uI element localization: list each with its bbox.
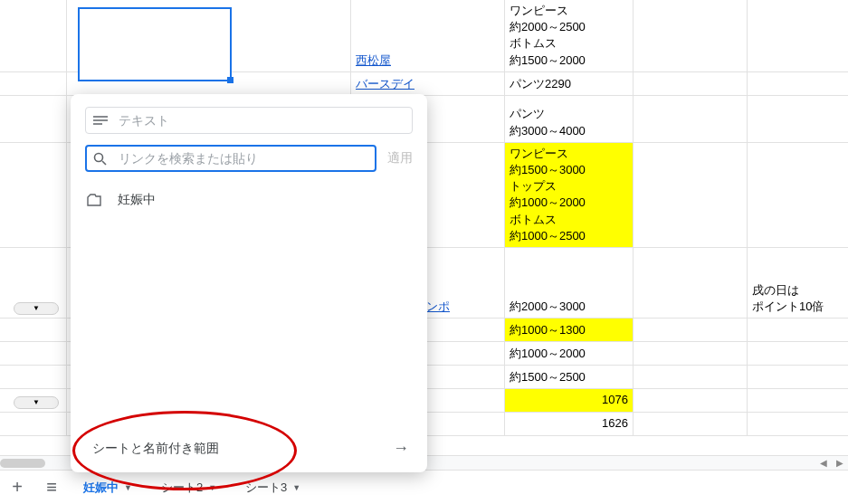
cell[interactable]: 約1500～2500 bbox=[505, 366, 634, 388]
cell[interactable] bbox=[0, 143, 67, 247]
cell-text: パンツ2290 bbox=[510, 76, 628, 92]
tab-sheet-3[interactable]: シート3 ▼ bbox=[234, 474, 311, 501]
cell[interactable] bbox=[748, 389, 847, 412]
tab-label: シート2 bbox=[161, 480, 203, 496]
cell-text: トップス bbox=[510, 178, 628, 195]
cell[interactable] bbox=[634, 366, 748, 388]
tab-sheet-1[interactable]: 妊娠中 ▼ bbox=[72, 474, 143, 501]
cell[interactable] bbox=[748, 143, 847, 247]
store-link[interactable]: バースデイ bbox=[356, 76, 500, 92]
cell-text: 約1000～2000 bbox=[510, 346, 628, 362]
apply-button[interactable]: 適用 bbox=[387, 150, 413, 166]
link-suggestion-label: 妊娠中 bbox=[118, 192, 156, 208]
cell[interactable] bbox=[0, 342, 67, 365]
cell[interactable] bbox=[634, 319, 748, 341]
cell-text: 約3000～4000 bbox=[510, 123, 628, 139]
cell[interactable] bbox=[634, 96, 748, 142]
cell[interactable]: パンツ2290 bbox=[505, 72, 634, 95]
arrow-right-icon: → bbox=[393, 439, 409, 458]
cell[interactable]: 西松屋 bbox=[351, 0, 505, 71]
cell[interactable]: ▼ bbox=[0, 389, 67, 412]
tab-label: 妊娠中 bbox=[83, 480, 119, 496]
scroll-right-icon[interactable]: ▶ bbox=[832, 458, 848, 468]
cell-text: 約1000～2000 bbox=[510, 195, 628, 211]
cell-text: 戌の日は bbox=[752, 282, 843, 299]
cell[interactable] bbox=[634, 413, 748, 435]
cell-text: ワンピース bbox=[510, 3, 628, 19]
group-toggle-button[interactable]: ▼ bbox=[14, 396, 59, 409]
cell-text: 約1000～1300 bbox=[510, 322, 628, 338]
cell[interactable]: 1076 bbox=[505, 389, 634, 412]
cell[interactable]: ワンピース約2000～2500ボトムス約1500～2000 bbox=[505, 0, 634, 71]
cell[interactable]: 1626 bbox=[505, 413, 634, 435]
cell[interactable] bbox=[634, 143, 748, 247]
cell[interactable] bbox=[748, 413, 847, 435]
cell-text: 1626 bbox=[510, 415, 628, 432]
cell[interactable]: 戌の日はポイント10倍 bbox=[748, 248, 847, 318]
cell[interactable] bbox=[748, 0, 847, 71]
cell[interactable] bbox=[0, 413, 67, 435]
table-row: 西松屋ワンピース約2000～2500ボトムス約1500～2000 bbox=[0, 0, 848, 72]
cell-text: 1076 bbox=[510, 392, 628, 408]
cell[interactable] bbox=[748, 72, 847, 95]
group-toggle-button[interactable]: ▼ bbox=[14, 302, 59, 315]
text-icon bbox=[93, 115, 110, 126]
cell[interactable] bbox=[67, 72, 351, 95]
link-search-input[interactable] bbox=[119, 151, 368, 166]
cell[interactable] bbox=[634, 248, 748, 318]
store-link[interactable]: 西松屋 bbox=[356, 52, 500, 69]
sheet-tab-icon bbox=[87, 194, 107, 206]
tab-sheet-2[interactable]: シート2 ▼ bbox=[150, 474, 227, 501]
cell[interactable]: ワンピース約1500～3000トップス約1000～2000ボトムス約1000～2… bbox=[505, 143, 634, 247]
chevron-down-icon[interactable]: ▼ bbox=[208, 483, 216, 492]
cell[interactable] bbox=[0, 319, 67, 341]
chevron-down-icon[interactable]: ▼ bbox=[124, 483, 132, 492]
cell[interactable]: バースデイ bbox=[351, 72, 505, 95]
link-suggestion-sheet[interactable]: 妊娠中 bbox=[85, 185, 413, 215]
insert-link-popover: 適用 妊娠中 シートと名前付き範囲 → bbox=[71, 94, 427, 472]
scroll-left-icon[interactable]: ◀ bbox=[815, 458, 832, 468]
link-text-input[interactable] bbox=[119, 113, 405, 128]
cell[interactable]: 約2000～3000 bbox=[505, 248, 634, 318]
cell[interactable]: ▼ bbox=[0, 248, 67, 318]
cell-text: 約2000～2500 bbox=[510, 19, 628, 35]
add-sheet-button[interactable]: + bbox=[0, 477, 34, 498]
cell[interactable] bbox=[748, 342, 847, 365]
cell[interactable] bbox=[0, 366, 67, 388]
cell[interactable] bbox=[634, 342, 748, 365]
cell[interactable] bbox=[634, 72, 748, 95]
scrollbar-thumb[interactable] bbox=[0, 459, 45, 468]
cell-text: 約1000～2500 bbox=[510, 228, 628, 244]
cell-text: ポイント10倍 bbox=[752, 299, 843, 315]
cell[interactable] bbox=[0, 72, 67, 95]
sheets-named-ranges-button[interactable]: シートと名前付き範囲 → bbox=[85, 430, 413, 463]
link-search-field-wrapper[interactable] bbox=[85, 145, 376, 172]
cell-text: 約1500～2000 bbox=[510, 52, 628, 69]
cell[interactable] bbox=[67, 0, 351, 71]
all-sheets-button[interactable]: ≡ bbox=[34, 477, 69, 498]
link-text-field-wrapper[interactable] bbox=[85, 107, 413, 134]
cell[interactable] bbox=[748, 319, 847, 341]
cell-text: 約1500～3000 bbox=[510, 162, 628, 178]
cell[interactable] bbox=[634, 0, 748, 71]
cell-text: ボトムス bbox=[510, 212, 628, 228]
cell-text: パンツ bbox=[510, 106, 628, 122]
svg-line-1 bbox=[102, 161, 106, 165]
cell[interactable] bbox=[0, 0, 67, 71]
tab-label: シート3 bbox=[245, 480, 287, 496]
svg-point-0 bbox=[95, 153, 103, 161]
cell[interactable] bbox=[0, 96, 67, 142]
search-icon bbox=[93, 152, 110, 166]
cell-text: ワンピース bbox=[510, 146, 628, 162]
cell[interactable] bbox=[748, 366, 847, 388]
cell[interactable]: 約1000～2000 bbox=[505, 342, 634, 365]
cell[interactable]: 約1000～1300 bbox=[505, 319, 634, 341]
cell-text: ボトムス bbox=[510, 35, 628, 52]
cell[interactable] bbox=[634, 389, 748, 412]
sheets-named-ranges-label: シートと名前付き範囲 bbox=[92, 441, 219, 457]
cell-text: 約1500～2500 bbox=[510, 369, 628, 385]
table-row: バースデイパンツ2290 bbox=[0, 72, 848, 96]
cell[interactable]: パンツ約3000～4000 bbox=[505, 96, 634, 142]
chevron-down-icon[interactable]: ▼ bbox=[292, 483, 300, 492]
cell[interactable] bbox=[748, 96, 847, 142]
